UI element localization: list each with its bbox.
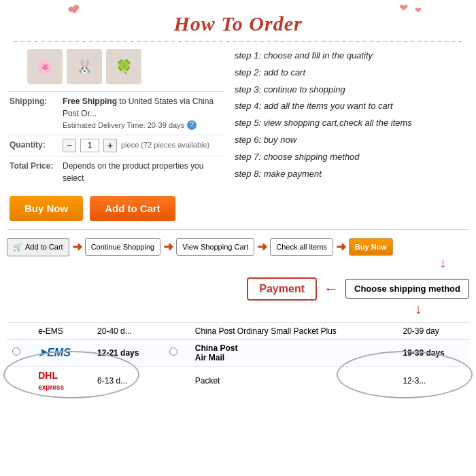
table-row: e-EMS 20-40 d... China Post Ordinary Sma…	[7, 322, 469, 339]
ems-time: 12-21 days	[97, 348, 139, 358]
time-cell-2: 20-39 day	[397, 322, 469, 339]
radio-cell[interactable]	[7, 339, 33, 366]
product-image-3: 🍀	[106, 49, 141, 84]
shipping-section: e-EMS 20-40 d... China Post Ordinary Sma…	[7, 322, 469, 395]
heart-decoration-right2: ❤	[415, 5, 422, 15]
step-5: step 5: view shopping cart,check all the…	[235, 116, 469, 131]
time-cell-2: 12-3...	[397, 366, 469, 395]
method-cell-2: Packet	[190, 366, 398, 395]
product-image-2: 🐰	[67, 49, 102, 84]
shipping-down-arrow: ↓	[0, 301, 422, 317]
payment-button[interactable]: Payment	[247, 277, 317, 301]
method-cell: DHLexpress	[33, 366, 92, 395]
radio-cell-2[interactable]	[164, 339, 190, 366]
radio-ems[interactable]	[12, 347, 20, 356]
shipping-row: Shipping: Free Shipping to United States…	[7, 91, 224, 135]
quantity-input[interactable]	[80, 139, 99, 152]
method-label-1: e-EMS	[38, 326, 63, 336]
step-2: step 2: add to cart	[235, 66, 469, 80]
radio-cell	[7, 366, 33, 395]
flow-continue-shopping[interactable]: Continue Shopping	[85, 238, 161, 256]
step-4: step 4: add all the items you want to ca…	[235, 99, 469, 114]
method-cell-2: China Post Ordinary Small Packet Plus	[190, 322, 398, 339]
shipping-table: e-EMS 20-40 d... China Post Ordinary Sma…	[7, 322, 469, 395]
table-row: ➤EMS 12-21 days China PostAir Mail 19-39…	[7, 339, 469, 366]
time-cell: 20-40 d...	[92, 322, 164, 339]
flow-add-to-cart-label: Add to Cart	[25, 243, 63, 251]
dhl-logo: DHLexpress	[38, 370, 64, 392]
time-cell: 12-21 days	[92, 339, 164, 366]
right-panel: step 1: choose and fill in the quatity s…	[231, 49, 469, 221]
quantity-row: Quantity: − + piece (72 pieces available…	[7, 135, 224, 156]
step-7: step 7: choose shipping method	[235, 150, 469, 165]
delivery-sub: Estimated Delivery Time: 20-39 days ?	[63, 120, 222, 131]
method-cell: ➤EMS	[33, 339, 92, 366]
cart-icon: 🛒	[13, 243, 22, 252]
shipping-value: Free Shipping to United States via China…	[63, 95, 222, 131]
buy-now-button[interactable]: Buy Now	[10, 196, 83, 221]
flow-arrow-2: ➜	[163, 239, 173, 254]
action-buttons: Buy Now Add to Cart	[10, 196, 224, 221]
time-cell: 6-13 d...	[92, 366, 164, 395]
step-1: step 1: choose and fill in the quatity	[235, 49, 469, 63]
total-price-label: Total Price:	[10, 161, 58, 171]
flow-continue-label: Continue Shopping	[91, 243, 155, 251]
shipping-method-box[interactable]: Choose shipping method	[345, 279, 469, 299]
quantity-control: − + piece (72 pieces available)	[63, 139, 209, 152]
flow-view-cart[interactable]: View Shopping Cart	[176, 238, 254, 256]
flow-check-items-label: Check all items	[276, 243, 327, 251]
flow-arrow-3: ➜	[257, 239, 267, 254]
quantity-note: piece (72 pieces available)	[121, 139, 209, 151]
flow-section: 🛒 Add to Cart ➜ Continue Shopping ➜ View…	[7, 238, 469, 256]
payment-left-arrow: ←	[324, 280, 339, 298]
time-cell-2: 19-39 days	[397, 339, 469, 366]
quantity-decrease-button[interactable]: −	[63, 139, 76, 152]
radio-cell-2	[164, 322, 190, 339]
total-price-value: Depends on the product properties you se…	[63, 160, 222, 184]
step-8: step 8: make payment	[235, 167, 469, 182]
radio-cell-2	[164, 366, 190, 395]
flow-add-to-cart[interactable]: 🛒 Add to Cart	[7, 238, 69, 256]
quantity-value: − + piece (72 pieces available)	[63, 139, 209, 152]
vertical-down-arrow: ↓	[0, 255, 446, 271]
flow-arrow-1: ➜	[72, 239, 82, 254]
radio-cell	[7, 322, 33, 339]
quantity-increase-button[interactable]: +	[103, 139, 117, 152]
delivery-time-text: Estimated Delivery Time: 20-39 days	[63, 120, 184, 131]
step-3: step 3: continue to shopping	[235, 83, 469, 97]
quantity-label: Quantity:	[10, 140, 58, 150]
product-images: 🌸 🐰 🍀	[27, 49, 224, 84]
ems-logo: ➤EMS	[38, 347, 71, 358]
shipping-label: Shipping:	[10, 97, 58, 106]
method-cell-2: China PostAir Mail	[190, 339, 398, 366]
shipping-free-text: Free Shipping	[63, 97, 117, 106]
main-content: 🌸 🐰 🍀 Shipping: Free Shipping to United …	[7, 49, 469, 221]
left-panel: 🌸 🐰 🍀 Shipping: Free Shipping to United …	[7, 49, 224, 221]
airmail-label: China PostAir Mail	[195, 343, 238, 362]
airmail-time: 19-39 days	[403, 348, 444, 358]
add-to-cart-button[interactable]: Add to Cart	[90, 196, 175, 221]
total-price-row: Total Price: Depends on the product prop…	[7, 156, 224, 188]
title-divider	[14, 41, 462, 42]
method-cell: e-EMS	[33, 322, 92, 339]
flow-buy-now-label: Buy Now	[355, 243, 387, 251]
flow-buy-now[interactable]: Buy Now	[349, 238, 393, 256]
payment-row: Payment ← Choose shipping method	[7, 277, 469, 301]
flow-check-items[interactable]: Check all items	[270, 238, 333, 256]
table-row: DHLexpress 6-13 d... Packet 12-3...	[7, 366, 469, 395]
flow-view-cart-label: View Shopping Cart	[182, 243, 248, 251]
radio-airmail[interactable]	[169, 347, 177, 356]
flow-arrow-4: ➜	[336, 239, 346, 254]
heart-decoration-right: ❤	[399, 1, 408, 14]
help-icon[interactable]: ?	[187, 120, 197, 130]
step-6: step 6: buy now	[235, 133, 469, 148]
product-image-1: 🌸	[27, 49, 63, 84]
